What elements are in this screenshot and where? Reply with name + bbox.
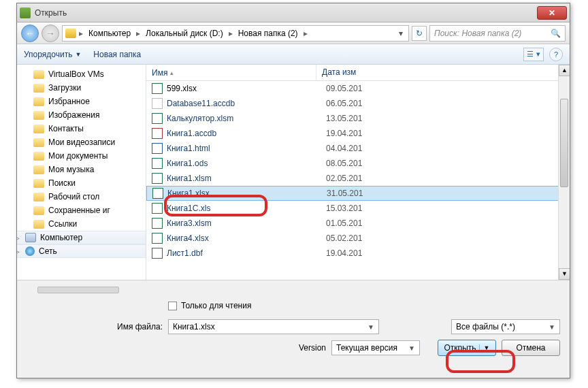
tree-item[interactable]: VirtualBox VMs [17,67,146,81]
folder-icon [33,152,44,161]
readonly-label: Только для чтения [181,301,251,310]
back-button[interactable]: ← [21,25,39,42]
column-name[interactable]: Имя▴ [146,65,316,80]
file-icon [152,203,163,214]
chevron-right-icon: ▸ [135,29,142,38]
file-date: 06.05.201 [326,99,362,108]
cancel-button[interactable]: Отмена [502,340,560,356]
file-date: 02.05.201 [326,174,362,183]
folder-icon [33,206,44,215]
breadcrumb-computer[interactable]: Компьютер [86,29,133,38]
tree-item[interactable]: Мои видеозаписи [17,135,146,149]
computer-icon [25,233,36,242]
folder-icon [33,84,44,93]
organize-menu[interactable]: Упорядочить▼ [24,50,81,59]
chevron-down-icon: ▼ [549,323,555,331]
horizontal-scrollbar[interactable] [37,287,119,293]
file-icon [152,143,163,154]
breadcrumb[interactable]: ▸ Компьютер ▸ Локальный диск (D:) ▸ Нова… [62,25,409,42]
file-row[interactable]: Database11.accdb06.05.201 [146,96,570,111]
version-dropdown[interactable]: Текущая версия ▼ [331,340,420,355]
file-row[interactable]: Книга1.accdb19.04.201 [146,126,570,141]
vertical-scrollbar[interactable]: ▲ ▼ [558,65,570,280]
tree-item[interactable]: Избранное [17,95,146,108]
file-name: Книга1.html [167,144,326,153]
tree-network[interactable]: ▷Сеть [17,244,146,258]
file-date: 19.04.201 [326,248,362,258]
file-date: 08.05.201 [326,159,362,168]
file-name: Книга1.accdb [167,129,326,138]
file-row[interactable]: Книга4.xlsx05.02.201 [146,231,570,246]
tree-item[interactable]: Сохраненные иг [17,204,146,217]
file-filter-dropdown[interactable]: Все файлы (*.*) ▼ [451,319,560,334]
forward-button[interactable]: → [42,25,59,42]
tree-item[interactable]: Мои документы [17,149,146,163]
file-icon [152,248,163,259]
breadcrumb-dropdown[interactable]: ▾ [396,29,406,38]
file-name: Книга1.ods [167,159,326,168]
chevron-right-icon: ▸ [227,29,234,38]
tree-item[interactable]: Изображения [17,108,146,122]
folder-icon [33,193,44,201]
file-row[interactable]: Книга1.xlsx31.05.201 [146,186,570,201]
file-name: Книга1С.xls [167,204,326,213]
file-row[interactable]: Калькулятор.xlsm13.05.201 [146,111,570,126]
file-list: 599.xlsx09.05.201Database11.accdb06.05.2… [146,81,570,278]
chevron-down-icon: ▼ [368,323,374,331]
folder-icon [33,179,44,188]
breadcrumb-folder[interactable]: Новая папка (2) [235,29,301,38]
column-headers: Имя▴ Дата изм [146,65,570,81]
column-date[interactable]: Дата изм [316,65,570,80]
file-date: 19.04.201 [326,129,362,138]
app-icon [20,7,31,18]
open-file-dialog: Открыть ✕ ← → ▸ Компьютер ▸ Локальный ди… [16,3,570,378]
close-button[interactable]: ✕ [537,6,567,20]
tree-item[interactable]: Рабочий стол [17,190,146,204]
chevron-down-icon: ▼ [75,51,81,58]
help-button[interactable]: ? [549,48,563,61]
search-input[interactable]: Поиск: Новая папка (2) 🔍 [429,25,566,42]
file-row[interactable]: Книга1.ods08.05.201 [146,156,570,171]
tree-item[interactable]: Загрузки [17,81,146,95]
scroll-thumb[interactable] [560,99,568,187]
file-icon [152,98,163,109]
refresh-button[interactable]: ↻ [412,26,427,41]
dialog-title: Открыть [35,8,67,18]
filename-label: Имя файла: [27,322,163,332]
new-folder-button[interactable]: Новая папка [93,50,141,59]
tree-item[interactable]: Моя музыка [17,163,146,176]
form-area: Имя файла: Книга1.xlsx ▼ Все файлы (*.*)… [17,315,570,370]
folder-icon [33,111,44,120]
folder-icon [33,165,44,174]
breadcrumb-drive[interactable]: Локальный диск (D:) [143,29,226,38]
version-label: Version [27,343,326,353]
file-name: Книга1.xlsm [167,174,326,183]
filename-input[interactable]: Книга1.xlsx ▼ [168,319,379,334]
file-row[interactable]: Книга1.xlsm02.05.201 [146,171,570,186]
file-icon [152,173,163,184]
readonly-row: Только для чтения [17,296,570,315]
file-row[interactable]: Книга1.html04.04.201 [146,141,570,156]
file-row[interactable]: 599.xlsx09.05.201 [146,81,570,96]
search-placeholder: Поиск: Новая папка (2) [434,29,521,38]
file-row[interactable]: Книга3.xlsm01.05.201 [146,216,570,231]
open-button[interactable]: Открыть▼ [438,340,496,356]
file-row[interactable]: Лист1.dbf19.04.201 [146,246,570,261]
file-icon [152,233,163,244]
folder-icon [33,97,44,106]
tree-item[interactable]: Контакты [17,122,146,135]
tree-computer[interactable]: ▷Компьютер [17,231,146,244]
folder-icon [33,125,44,133]
navigation-tree[interactable]: VirtualBox VMsЗагрузкиИзбранноеИзображен… [17,65,146,280]
tree-item[interactable]: Ссылки [17,217,146,231]
scroll-down-button[interactable]: ▼ [559,268,570,280]
file-row[interactable]: Книга1С.xls15.03.201 [146,201,570,216]
file-date: 04.04.201 [326,144,362,153]
toolbar: Упорядочить▼ Новая папка ☰ ▾ ? [17,44,570,65]
scroll-up-button[interactable]: ▲ [559,65,570,76]
tree-item[interactable]: Поиски [17,176,146,190]
readonly-checkbox[interactable] [168,302,177,310]
file-date: 13.05.201 [326,114,362,123]
chevron-down-icon: ▼ [479,344,490,351]
view-mode-button[interactable]: ☰ ▾ [523,48,544,61]
